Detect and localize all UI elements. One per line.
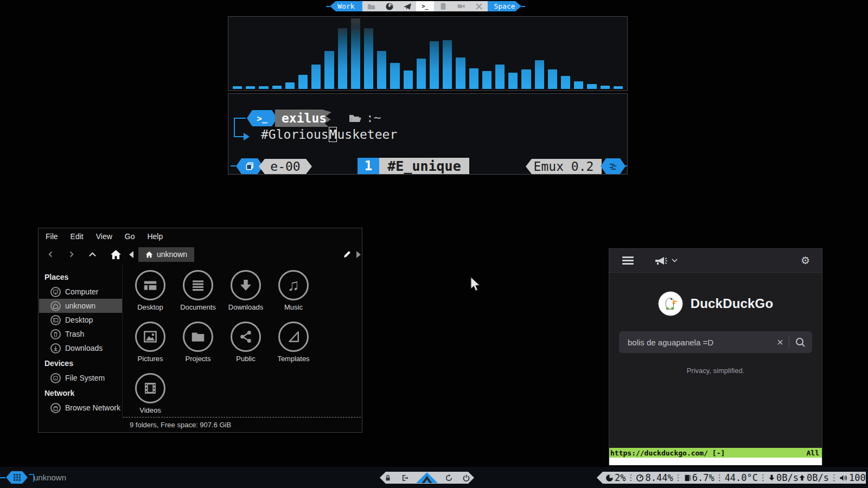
menu-file[interactable]: File: [46, 232, 58, 241]
videos-film-icon: [135, 373, 165, 403]
rename-path-icon[interactable]: [343, 250, 352, 259]
downloads-arrow-icon: [231, 270, 261, 300]
text-cursor: M: [329, 127, 337, 142]
app-launcher-button[interactable]: [6, 471, 28, 484]
browser-status-bar: https://duckduckgo.com/ [-] All: [609, 448, 822, 458]
home-icon: [50, 301, 61, 311]
page-header: ⚙: [609, 249, 822, 273]
sidebar-header-network: Network: [39, 385, 122, 401]
share-icon: [231, 322, 261, 352]
power-icon[interactable]: [462, 474, 470, 482]
lock-icon[interactable]: [384, 474, 392, 482]
statusbar-line: [231, 165, 236, 166]
window-index-badge[interactable]: 1: [358, 158, 379, 174]
bar-end-line: [521, 6, 525, 7]
folder-music[interactable]: ♫ Music: [270, 270, 317, 322]
launcher-arch-icon[interactable]: [416, 472, 438, 484]
firefox-icon[interactable]: [380, 1, 398, 11]
visualizer-bar: [417, 59, 426, 89]
file-manager-body: Places Computer unknown Desktop Trash Do…: [39, 265, 361, 418]
window-name-segment[interactable]: #E_unique: [379, 158, 469, 174]
sidebar-item-file-system[interactable]: File System: [39, 371, 122, 385]
session-name-segment[interactable]: e-00: [259, 159, 312, 174]
workspace-bar: Work >_ Space: [326, 1, 525, 11]
status-mode: All: [807, 449, 819, 457]
stat-cpu: 2%: [605, 472, 626, 483]
restart-icon[interactable]: [445, 474, 453, 482]
telegram-icon[interactable]: [398, 1, 416, 11]
menu-help[interactable]: Help: [147, 232, 163, 241]
command-input-bar[interactable]: [609, 458, 822, 465]
statusbar-line: [624, 165, 627, 166]
back-button[interactable]: [47, 251, 54, 258]
gear-icon[interactable]: ⚙: [801, 254, 810, 267]
menu-go[interactable]: Go: [125, 232, 135, 241]
up-button[interactable]: [88, 251, 97, 258]
workspace-right-label[interactable]: Space: [488, 1, 521, 11]
folder-templates[interactable]: Templates: [270, 322, 317, 373]
sidebar-item-computer[interactable]: Computer: [39, 285, 122, 299]
search-input[interactable]: bolis de aguapanela =D: [628, 338, 771, 347]
workspace-left-label[interactable]: Work: [330, 1, 362, 11]
search-icon[interactable]: [795, 337, 806, 348]
brand-row: DuckDuckGo: [609, 291, 822, 316]
terminal-window[interactable]: >_ exilus :~ #GloriousMusketeer e-00 1 #…: [228, 93, 628, 175]
hamburger-menu-icon[interactable]: [622, 255, 634, 267]
search-divider: [789, 337, 789, 348]
folder-icon[interactable]: [362, 1, 380, 11]
terminal-prompt-icon: >_: [247, 110, 277, 126]
folder-desktop[interactable]: Desktop: [126, 270, 174, 322]
folder-public[interactable]: Public: [222, 322, 270, 373]
logout-icon[interactable]: [401, 474, 409, 482]
document-icon[interactable]: [434, 1, 452, 11]
brand-name: DuckDuckGo: [691, 296, 774, 311]
forward-button[interactable]: [68, 251, 75, 258]
folder-projects[interactable]: Projects: [174, 322, 222, 373]
sidebar-item-unknown[interactable]: unknown: [39, 299, 122, 313]
visualizer-bar: [535, 60, 544, 89]
sidebar-item-trash[interactable]: Trash: [39, 327, 122, 341]
desktop-icon: [50, 315, 61, 325]
stat-load: 8.44%: [636, 472, 673, 483]
stat-net-down: 0B/s: [768, 472, 799, 483]
music-notes-icon: ♫: [278, 270, 309, 300]
sidebar-item-downloads[interactable]: Downloads: [39, 341, 122, 355]
clear-search-icon[interactable]: ×: [771, 336, 789, 349]
download-icon: [50, 343, 61, 354]
menu-list-icon[interactable]: [601, 158, 626, 174]
visualizer-bar: [246, 86, 255, 89]
visualizer-bar: [456, 57, 465, 89]
camera-icon[interactable]: [452, 1, 470, 11]
folder-downloads[interactable]: Downloads: [222, 270, 270, 322]
tab-scroll-left-icon[interactable]: [129, 251, 134, 258]
menu-view[interactable]: View: [96, 232, 112, 241]
visualizer-bar: [404, 70, 413, 89]
visualizer-bar: [390, 63, 399, 89]
workspace-app-pill: >_: [362, 1, 488, 11]
places-sidebar: Places Computer unknown Desktop Trash Do…: [39, 265, 123, 418]
sidebar-item-browse-network[interactable]: Browse Network: [39, 401, 122, 415]
visualizer-bar: [508, 73, 518, 89]
session-controls: [380, 472, 474, 484]
announcement-menu[interactable]: [654, 256, 678, 266]
command-line[interactable]: #GloriousMusketeer: [261, 127, 397, 142]
terminal-icon[interactable]: >_: [416, 1, 434, 11]
visualizer-bar: [430, 41, 439, 89]
menu-edit[interactable]: Edit: [71, 232, 84, 241]
folder-pictures[interactable]: Pictures: [126, 322, 174, 373]
status-url: https://duckduckgo.com/ [-]: [610, 449, 725, 457]
stat-separator: ⋮: [759, 473, 767, 483]
folder-documents[interactable]: Documents: [174, 270, 222, 322]
visualizer-bar: [614, 86, 623, 89]
tab-scroll-right-icon[interactable]: [356, 251, 361, 258]
tools-icon[interactable]: [470, 1, 488, 11]
home-button[interactable]: [110, 249, 122, 260]
prompt-arrow-icon: [244, 133, 250, 140]
sidebar-item-desktop[interactable]: Desktop: [39, 313, 122, 327]
visualizer-bar: [298, 75, 308, 89]
menu-bar: File Edit View Go Help: [39, 228, 362, 245]
tab-unknown[interactable]: unknown: [138, 247, 194, 262]
visualizer-bar: [272, 86, 282, 89]
search-box[interactable]: bolis de aguapanela =D ×: [619, 331, 812, 353]
upload-arrow-icon: [799, 474, 806, 481]
